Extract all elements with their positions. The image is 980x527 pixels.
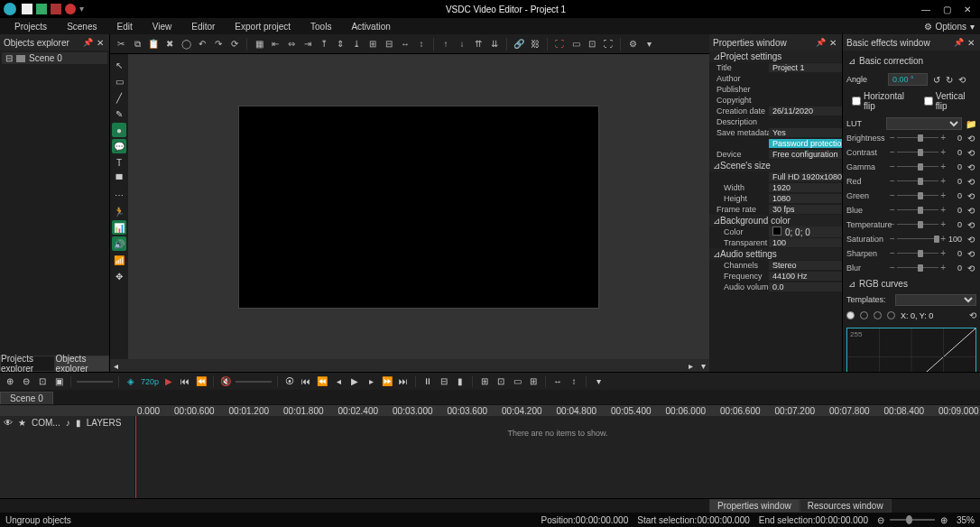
section-basic-correction[interactable]: ⊿Basic correction <box>846 52 976 69</box>
pause-icon[interactable]: ⏸ <box>421 375 434 388</box>
box-icon[interactable]: ▭ <box>569 37 583 51</box>
menu-activation[interactable]: Activation <box>342 20 399 33</box>
unlink-icon[interactable]: ⛓ <box>528 37 542 51</box>
line-tool-icon[interactable]: ╱ <box>112 90 126 105</box>
menu-tools[interactable]: Tools <box>301 20 340 33</box>
reset-icon[interactable]: ⟲ <box>966 220 976 230</box>
timeline-ruler[interactable]: 0.00000:00.60000:01.20000:01.80000:02.40… <box>0 405 980 416</box>
marker-icon[interactable]: ▮ <box>454 375 467 388</box>
bring-front-icon[interactable]: ⇈ <box>471 37 485 51</box>
magnet-icon[interactable]: ⊡ <box>495 375 507 388</box>
templates-select[interactable] <box>895 294 976 306</box>
waveform-icon[interactable]: ▮ <box>76 418 81 428</box>
send-back-icon[interactable]: ⇊ <box>487 37 502 51</box>
qat-dropdown-icon[interactable]: ▾ <box>79 4 90 14</box>
zoom-fit-icon[interactable]: ⊡ <box>36 375 49 388</box>
scroll-corner-icon[interactable]: ▾ <box>697 361 709 371</box>
reset-angle-icon[interactable]: ⟲ <box>958 75 966 85</box>
group-icon[interactable]: ⊞ <box>527 375 540 388</box>
audio-icon[interactable]: ♪ <box>66 418 70 428</box>
options-button[interactable]: ⚙ Options ▾ <box>924 22 980 32</box>
volume-slider[interactable] <box>236 381 272 383</box>
resolution-label[interactable]: 720p <box>141 377 159 386</box>
menu-view[interactable]: View <box>143 20 181 33</box>
tree-scene-row[interactable]: ⊟ Scene 0 <box>2 52 107 64</box>
mute-icon[interactable]: 🔇 <box>219 375 232 388</box>
reset-icon[interactable]: ⟲ <box>966 206 976 216</box>
slider-track[interactable]: −+ <box>897 134 938 143</box>
chart-tool-icon[interactable]: 📊 <box>112 220 126 235</box>
select-all-icon[interactable]: ⊡ <box>585 37 599 51</box>
audio-tool-icon[interactable]: 🔊 <box>112 236 126 251</box>
section-project-settings[interactable]: ⊿Project settings <box>709 51 842 62</box>
link-icon[interactable]: 🔗 <box>512 37 526 51</box>
slider-track[interactable]: −+ <box>897 235 938 244</box>
grid-icon[interactable]: ▦ <box>252 37 266 51</box>
snap-icon[interactable]: ⊞ <box>478 375 491 388</box>
track-com-label[interactable]: COM... <box>32 418 60 428</box>
copy-icon[interactable]: ⧉ <box>130 37 144 51</box>
reset-icon[interactable]: ⟲ <box>966 249 976 259</box>
lock-icon[interactable]: ★ <box>18 418 26 428</box>
color-swatch[interactable] <box>772 227 781 236</box>
lut-select[interactable] <box>886 117 962 130</box>
qat-new-icon[interactable] <box>22 4 32 14</box>
crop-icon[interactable]: ⛶ <box>552 37 567 51</box>
status-zoom-slider[interactable] <box>890 519 935 521</box>
step-back-icon[interactable]: ⏪ <box>195 375 208 388</box>
visibility-icon[interactable]: 👁 <box>4 418 13 428</box>
minimize-button[interactable]: — <box>921 5 930 14</box>
scene-tab-0[interactable]: Scene 0 <box>0 392 53 404</box>
scroll-right-icon[interactable]: ▸ <box>689 361 697 371</box>
curve-channel-r[interactable] <box>860 311 868 319</box>
curve-channel-g[interactable] <box>874 311 882 319</box>
qat-open-icon[interactable] <box>36 4 47 14</box>
dist-v-icon[interactable]: ⊟ <box>382 37 396 51</box>
zoom-out-status-icon[interactable]: ⊖ <box>877 515 884 525</box>
undo-icon[interactable]: ↶ <box>195 37 209 51</box>
move-down-icon[interactable]: ↓ <box>455 37 469 51</box>
menu-export[interactable]: Export project <box>226 20 300 33</box>
zoom-100-icon[interactable]: ▣ <box>52 375 65 388</box>
settings-icon[interactable]: ⚙ <box>625 37 640 51</box>
collapse-icon[interactable]: ↕ <box>568 375 580 388</box>
slider-track[interactable]: −+ <box>897 191 938 200</box>
text-tool-icon[interactable]: T <box>112 155 126 170</box>
reset-curves-icon[interactable]: ⟲ <box>969 310 976 320</box>
reset-icon[interactable]: ⟲ <box>966 134 976 143</box>
play-icon[interactable]: ▶ <box>348 375 361 388</box>
rotate-ccw-icon[interactable]: ↺ <box>933 75 940 85</box>
same-width-icon[interactable]: ↔ <box>398 37 412 51</box>
horizontal-flip-checkbox[interactable]: Horizontal flip <box>852 91 915 111</box>
pin-icon[interactable]: 📌 <box>952 38 966 47</box>
paste-icon[interactable]: 📋 <box>146 37 161 51</box>
refresh-icon[interactable]: ⟳ <box>227 37 242 51</box>
maximize-button[interactable]: ▢ <box>943 5 951 14</box>
speech-tool-icon[interactable]: 💬 <box>112 139 126 153</box>
delete-icon[interactable]: ✖ <box>162 37 177 51</box>
counter-tool-icon[interactable]: ⋯ <box>112 188 126 202</box>
fast-fwd-icon[interactable]: ⏩ <box>381 375 393 388</box>
align-right-icon[interactable]: ⇥ <box>300 37 315 51</box>
track-layers-label[interactable]: LAYERS <box>87 418 122 428</box>
reset-icon[interactable]: ⟲ <box>966 264 976 273</box>
slider-track[interactable]: −+ <box>897 264 938 273</box>
zoom-out-icon[interactable]: ⊖ <box>20 375 32 388</box>
menu-editor[interactable]: Editor <box>182 20 224 33</box>
toolbar-dropdown-icon[interactable]: ▾ <box>642 37 656 51</box>
panel-close-icon[interactable]: ✕ <box>827 38 838 48</box>
close-button[interactable]: ✕ <box>964 5 971 14</box>
redo-icon[interactable]: ↷ <box>211 37 226 51</box>
reset-icon[interactable]: ⟲ <box>966 235 976 245</box>
timeline-tracks[interactable]: There are no items to show. <box>135 416 980 498</box>
dist-h-icon[interactable]: ⊞ <box>365 37 380 51</box>
zoom-in-status-icon[interactable]: ⊕ <box>940 515 948 525</box>
fullscreen-icon[interactable]: ⛶ <box>601 37 615 51</box>
tab-projects-explorer[interactable]: Projects explorer <box>0 356 55 372</box>
slider-track[interactable]: −+ <box>897 162 938 171</box>
menu-projects[interactable]: Projects <box>5 20 56 33</box>
zoom-in-icon[interactable]: ⊕ <box>4 375 16 388</box>
move-tool-icon[interactable]: ✥ <box>112 269 126 283</box>
skip-end-icon[interactable]: ⏭ <box>397 375 410 388</box>
skip-start-icon[interactable]: ⏮ <box>300 375 312 388</box>
